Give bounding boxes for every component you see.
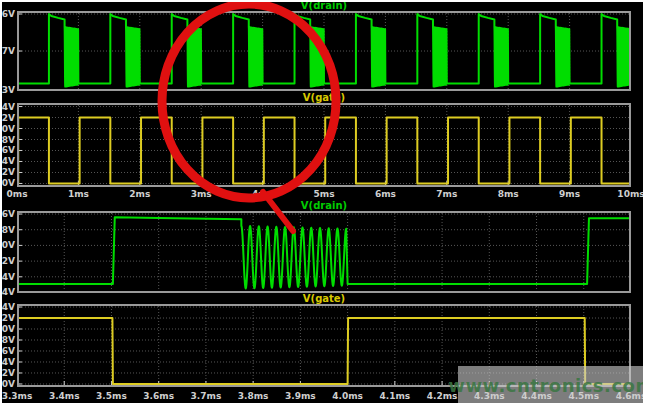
plot-drain-zoom (17, 211, 631, 293)
x-tick-label: 3.3ms (2, 391, 33, 402)
y-tick-label: 6V (2, 346, 15, 356)
y-tick-label: -3V (0, 85, 15, 95)
y-tick-label: 36V (0, 209, 15, 219)
x-tick-label: 2ms (129, 189, 150, 200)
x-tick-label: 3.6ms (143, 391, 174, 402)
y-tick-label: 10V (0, 324, 15, 334)
y-tick-label: 17V (0, 46, 15, 56)
x-tick-label: 1ms (68, 189, 89, 200)
y-tick-label: 10V (0, 124, 15, 134)
x-tick-label: 3.4ms (49, 391, 80, 402)
x-tick-label: 3.7ms (191, 391, 222, 402)
x-tick-label: 7ms (436, 189, 457, 200)
y-tick-label: 8V (2, 135, 15, 145)
y-tick-label: 14V (0, 302, 15, 312)
x-tick-label: 4.0ms (332, 391, 363, 402)
y-tick-label: 4V (2, 156, 15, 166)
y-tick-label: 12V (0, 113, 15, 123)
y-tick-label: 0V (2, 379, 15, 389)
y-tick-label: 20V (0, 240, 15, 250)
x-tick-label: 5ms (314, 189, 335, 200)
x-tick-label: 3.5ms (96, 391, 127, 402)
y-tick-label: 12V (0, 313, 15, 323)
y-tick-label: 12V (0, 256, 15, 266)
x-tick-label: 6ms (375, 189, 396, 200)
x-tick-label: 3ms (191, 189, 212, 200)
title-drain-overview: V(drain) (301, 0, 347, 11)
x-tick-label: 3.8ms (238, 391, 269, 402)
title-drain-zoom: V(drain) (301, 200, 347, 211)
watermark: www.cntronics.com (458, 366, 645, 405)
y-tick-label: 36V (0, 9, 15, 19)
x-tick-label: 3.9ms (285, 391, 316, 402)
y-tick-label: 8V (2, 335, 15, 345)
x-tick-label: 10ms (617, 189, 644, 200)
y-tick-label: 28V (0, 225, 15, 235)
y-tick-label: 2V (2, 167, 15, 177)
title-gate-zoom: V(gate) (303, 293, 345, 304)
x-tick-label: 4.1ms (380, 391, 411, 402)
y-tick-label: 4V (2, 272, 15, 282)
plot-drain-overview (17, 11, 631, 91)
y-tick-label: 14V (0, 102, 15, 112)
y-tick-label: 0V (2, 178, 15, 188)
title-gate-overview: V(gate) (303, 92, 345, 103)
y-tick-label: -4V (0, 287, 15, 297)
y-tick-label: 4V (2, 357, 15, 367)
x-tick-label: 8ms (498, 189, 519, 200)
x-tick-label: 9ms (559, 189, 580, 200)
waveform-viewer: V(drain) V(gate) V(drain) V(gate) 36V17V… (0, 0, 645, 405)
x-tick-label: 0ms (7, 189, 28, 200)
y-tick-label: 6V (2, 145, 15, 155)
plot-gate-overview (17, 103, 631, 187)
y-tick-label: 2V (2, 368, 15, 378)
x-tick-label: 4ms (252, 189, 273, 200)
